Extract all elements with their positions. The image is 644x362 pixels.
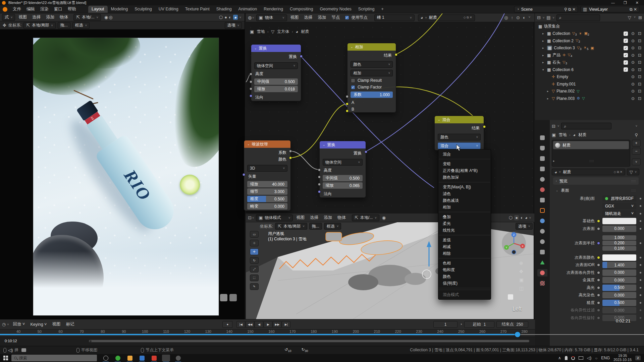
workspace-tab-rendering[interactable]: Rendering xyxy=(260,6,286,13)
properties-tab-world[interactable] xyxy=(537,186,547,193)
mode-dropdown-truncated[interactable]: 式˅ xyxy=(2,14,15,21)
disp1-scale-slider[interactable]: 缩放0.018 xyxy=(254,86,298,92)
properties-search-input[interactable]: ⌕ xyxy=(561,123,611,129)
material-slot-list[interactable]: 材质 ▸:::: xyxy=(552,140,630,167)
video-progress-handle[interactable] xyxy=(515,332,520,337)
exclude-checkbox[interactable]: ✓ xyxy=(624,46,628,50)
skip-back-icon[interactable]: ↺10 xyxy=(284,347,291,353)
proportional-edit-icon[interactable]: ◎ xyxy=(109,15,112,19)
browser-circle-icon[interactable] xyxy=(102,355,110,361)
timeline-type-icon[interactable]: ◷ xyxy=(2,322,6,326)
GGX-field[interactable]: GGX˅ xyxy=(602,203,636,209)
workspace-tab-animation[interactable]: Animation xyxy=(235,6,261,13)
shading-rendered-icon[interactable]: ◕ xyxy=(525,216,528,220)
frame-start-field[interactable]: 起始1 xyxy=(464,321,494,328)
disable-render-icon[interactable]: ⊡ xyxy=(638,74,641,79)
hide-eye-icon[interactable]: ⊙ xyxy=(631,46,635,50)
tool-scale-icon[interactable]: ⤢ xyxy=(250,266,259,273)
menu-4[interactable]: 帮助 xyxy=(65,6,79,12)
add-workspace-button[interactable]: + xyxy=(378,6,387,13)
value-field[interactable]: 1.000 xyxy=(602,235,636,240)
animate-dot[interactable] xyxy=(640,317,641,319)
次表面-field[interactable]: 0.000 xyxy=(602,226,636,232)
menu-添加[interactable]: 添加 xyxy=(43,14,57,20)
blend-mode-option-21[interactable]: 颜色 xyxy=(438,273,491,280)
clamp-result-checkbox[interactable]: Clamp Result xyxy=(347,77,396,84)
blend-mode-option-2[interactable]: 变暗 xyxy=(438,161,491,167)
hide-eye-icon[interactable]: ⊙ xyxy=(631,53,635,58)
properties-tab-collection[interactable] xyxy=(537,196,547,204)
node-add[interactable]: ⌄相加 结果 颜色˅ 相加˅ Clamp Result ✓Clamp Facto… xyxy=(347,43,396,113)
blend-mode-option-16[interactable]: 相减 xyxy=(438,243,491,250)
menu-选择[interactable]: 选择 xyxy=(30,14,43,20)
surface-panel-header[interactable]: ⌄表面:::: xyxy=(553,187,639,194)
outliner-row-Collection 3[interactable]: ▸▦Collection 3▽3☀5▣✓⊙⊡ xyxy=(535,45,644,52)
hide-eye-icon[interactable]: ⊙ xyxy=(631,74,635,79)
menu-3[interactable]: 窗口 xyxy=(51,6,65,12)
mix-result-socket[interactable] xyxy=(483,125,486,128)
properties-tab-data[interactable] xyxy=(537,259,547,266)
outliner-row-Plane.003[interactable]: ▸▽Plane.003⚙▽⊙⊡ xyxy=(535,95,644,102)
blend-mode-option-20[interactable]: 饱和度 xyxy=(438,266,491,273)
blend-mode-option-13[interactable]: 线性光 xyxy=(438,227,491,234)
disp1-out-socket[interactable] xyxy=(300,55,303,58)
transport-4[interactable]: ▶▶ xyxy=(273,321,281,328)
workspace-tab-shading[interactable]: Shading xyxy=(213,6,235,13)
disp1-scale-socket[interactable] xyxy=(250,87,253,90)
menu-2[interactable]: 渲染 xyxy=(38,6,51,12)
add-fac-socket[interactable] xyxy=(346,95,349,98)
timeline[interactable]: ◷˅ 回放 ˅Keying ˅视图标记 ● |◀◀◀◀▶▶▶▶| 1 ◔ 起始1… xyxy=(0,319,535,346)
drag-dropdown[interactable]: 拖... xyxy=(58,22,70,29)
active-app-icon[interactable] xyxy=(162,355,170,361)
video-osd-button-1[interactable] xyxy=(220,294,227,301)
menu-添加[interactable]: 添加 xyxy=(321,215,335,221)
exclude-checkbox[interactable]: ✓ xyxy=(624,67,628,72)
blend-mode-option-3[interactable]: 正片叠底(相乘 A*B) xyxy=(438,167,491,174)
高光-field[interactable]: 0.500 xyxy=(602,285,636,291)
animate-dot[interactable] xyxy=(640,213,641,215)
clamp-factor-checkbox[interactable]: ✓Clamp Factor xyxy=(347,84,396,90)
disable-render-icon[interactable]: ⊡ xyxy=(638,67,641,72)
coord-system-dropdown[interactable]: ⇱本地/局部˅ xyxy=(23,22,56,29)
clock[interactable]: 19:352023-10-15 xyxy=(613,354,632,362)
animate-dot[interactable] xyxy=(640,198,641,199)
noise-dimensions-dropdown[interactable]: 3D˅ xyxy=(247,165,287,172)
disp1-height-socket[interactable] xyxy=(250,73,253,76)
properties-tab-modifier[interactable] xyxy=(537,217,547,225)
add-result-socket[interactable] xyxy=(395,53,398,56)
transport-0[interactable]: |◀ xyxy=(236,321,245,328)
outliner-row-Collection[interactable]: ▸▦Collection▽3☀▣2✓⊙⊡ xyxy=(535,30,644,38)
animate-dot[interactable] xyxy=(640,287,641,289)
photos-app-icon[interactable] xyxy=(138,355,146,361)
select-mode-dropdown[interactable]: 框选˅ xyxy=(72,22,90,29)
disp2-scale-socket[interactable] xyxy=(318,183,321,186)
transport-5[interactable]: ▶| xyxy=(282,321,290,328)
disp1-normal-socket[interactable] xyxy=(250,95,253,98)
outliner-row-Empty.001[interactable]: ✛Empty.001⊙⊡ xyxy=(535,80,644,88)
menu-选择[interactable]: 选择 xyxy=(307,215,321,221)
金属度-field[interactable]: 0.000 xyxy=(602,277,636,283)
animate-dot[interactable] xyxy=(640,220,641,222)
noise-细节-slider[interactable]: 细节3.000 xyxy=(247,188,287,195)
transport-3[interactable]: ▶ xyxy=(264,321,272,328)
use-preview-range-icon[interactable]: ◔ xyxy=(460,322,462,326)
auto-keying-button[interactable]: ● xyxy=(222,321,232,328)
select-mode-dropdown[interactable]: 框选˅ xyxy=(324,223,341,230)
blend-mode-option-7[interactable]: 滤色 xyxy=(438,190,491,197)
slot-expand-arrow[interactable]: ▸ xyxy=(553,159,555,163)
blend-mode-option-12[interactable]: 柔光 xyxy=(438,220,491,227)
display-mode-icon[interactable]: ▤ xyxy=(546,15,550,20)
value-field[interactable]: 0.200 xyxy=(602,241,636,245)
new-collection-icon[interactable]: ⊞ xyxy=(638,15,642,20)
animate-dot[interactable] xyxy=(640,302,641,304)
disable-render-icon[interactable]: ⊡ xyxy=(638,96,641,101)
volume-icon[interactable]: ◁) xyxy=(587,356,591,360)
noise-缩放-slider[interactable]: 缩放40.000 xyxy=(247,181,287,187)
mode-dropdown[interactable]: ▣物体模式˅ xyxy=(256,215,293,221)
menu-Keying[interactable]: Keying ˅ xyxy=(28,322,49,327)
orientation-dropdown[interactable]: ⇱本地/...˅ xyxy=(352,215,379,221)
workspace-tab-scripting[interactable]: Scripting xyxy=(355,6,378,13)
tray-expand-icon[interactable]: ∧ xyxy=(558,356,561,360)
animate-dot[interactable] xyxy=(640,242,641,244)
disp2-scale-slider[interactable]: 缩放0.065 xyxy=(323,182,363,189)
